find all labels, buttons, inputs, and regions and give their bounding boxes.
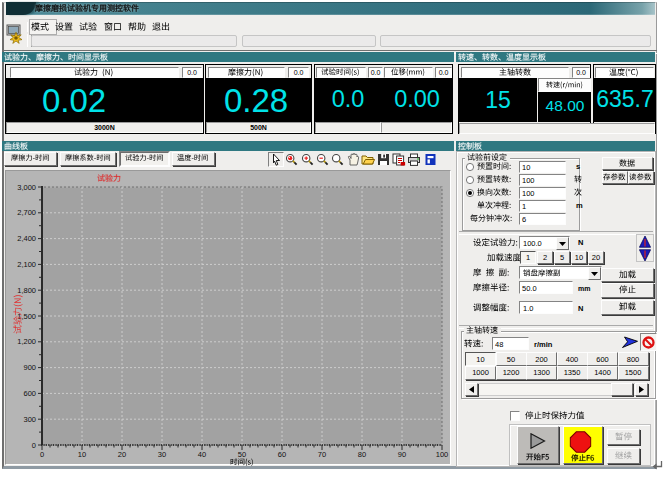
svg-text:2,400: 2,400 (17, 234, 36, 243)
svg-text:10: 10 (78, 450, 86, 459)
svg-text:2,100: 2,100 (17, 260, 36, 269)
svg-text:30: 30 (158, 450, 166, 459)
svg-text:20: 20 (118, 450, 126, 459)
svg-text:300: 300 (23, 415, 36, 424)
svg-text:3,000: 3,000 (17, 183, 36, 192)
svg-text:80: 80 (358, 450, 366, 459)
svg-text:60: 60 (278, 450, 286, 459)
svg-text:0: 0 (32, 441, 36, 450)
svg-text:100: 100 (436, 450, 449, 459)
svg-text:600: 600 (23, 389, 36, 398)
svg-text:2,700: 2,700 (17, 208, 36, 217)
svg-text:0: 0 (40, 450, 44, 459)
svg-text:70: 70 (318, 450, 326, 459)
svg-text:900: 900 (23, 363, 36, 372)
svg-text:90: 90 (398, 450, 406, 459)
svg-text:40: 40 (198, 450, 206, 459)
